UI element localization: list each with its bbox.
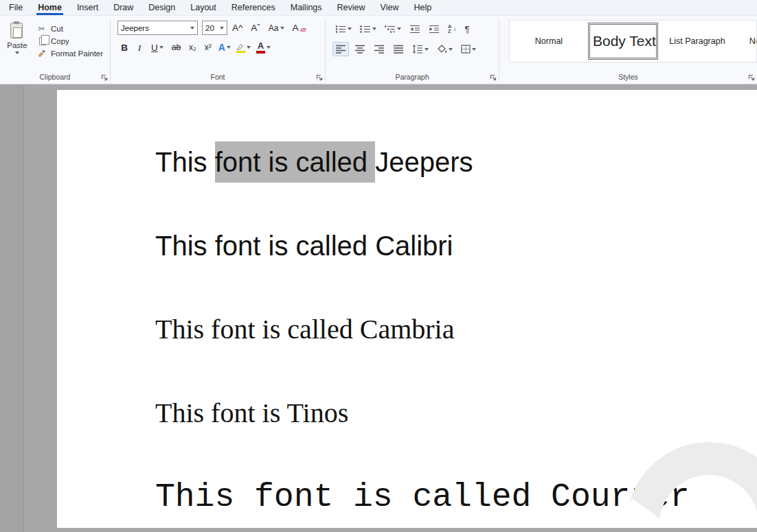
menu-tab-mailings[interactable]: Mailings — [283, 0, 330, 15]
sort-button[interactable]: A Z ↓ — [445, 21, 459, 36]
sort-arrow-icon: ↓ — [453, 25, 456, 32]
change-case-button[interactable]: Aa — [265, 22, 288, 34]
chevron-down-icon — [267, 46, 271, 49]
chevron-down-icon — [472, 48, 476, 51]
bullets-button[interactable] — [332, 22, 354, 36]
clear-formatting-button[interactable]: A — [289, 21, 309, 35]
styles-gallery: Normal Body Text List Paragraph No Spaci… — [509, 20, 757, 62]
chevron-down-icon — [280, 27, 284, 30]
format-painter-button[interactable]: Format Painter — [36, 49, 103, 58]
clipboard-group: Paste ✂ Cut Copy — [0, 16, 110, 84]
menu-tab-review[interactable]: Review — [330, 0, 373, 15]
numbering-button[interactable] — [357, 22, 379, 36]
text-selection[interactable]: font is called — [215, 141, 375, 183]
paste-button[interactable]: Paste — [5, 19, 30, 71]
paragraph-group-label: Paragraph — [395, 73, 429, 81]
style-card-no-spacing[interactable]: No Spacing — [738, 24, 757, 58]
strikethrough-button[interactable]: ab — [168, 41, 184, 54]
subscript-button[interactable]: x₂ — [185, 41, 200, 54]
chevron-down-icon — [372, 27, 376, 30]
document-line-calibri[interactable]: This font is called Calibri — [155, 225, 757, 266]
paragraph-dialog-launcher-icon[interactable] — [490, 74, 497, 81]
shrink-font-button[interactable]: Aˇ — [247, 21, 264, 35]
style-card-normal[interactable]: Normal — [515, 24, 583, 58]
change-case-glyph: Aa — [269, 24, 279, 32]
menu-tab-view[interactable]: View — [373, 0, 407, 15]
chevron-down-icon — [247, 46, 251, 49]
show-formatting-marks-button[interactable]: ¶ — [462, 22, 472, 36]
document-text: This — [155, 147, 215, 177]
format-painter-label: Format Painter — [51, 49, 103, 58]
text-effects-glyph: A — [218, 42, 225, 53]
font-color-glyph: A — [258, 42, 264, 50]
borders-button[interactable] — [458, 42, 479, 56]
highlight-color-button[interactable] — [234, 41, 253, 55]
font-name-combobox[interactable] — [117, 21, 198, 35]
menu-tab-draw[interactable]: Draw — [106, 0, 141, 15]
multilevel-list-icon — [385, 25, 396, 34]
style-card-body-text[interactable]: Body Text — [589, 24, 657, 58]
menu-tab-insert[interactable]: Insert — [69, 0, 106, 15]
cut-label: Cut — [51, 25, 63, 33]
justify-button[interactable] — [390, 42, 407, 56]
superscript-button[interactable]: x² — [201, 41, 215, 54]
copy-label: Copy — [51, 37, 69, 45]
document-line-tinos[interactable]: This font is Tinos — [155, 393, 757, 434]
chevron-down-icon — [425, 48, 429, 51]
clipboard-paste-icon — [10, 21, 24, 39]
align-left-icon — [335, 45, 346, 54]
menu-tab-design[interactable]: Design — [141, 0, 183, 15]
font-name-input[interactable] — [121, 21, 188, 34]
align-center-button[interactable] — [352, 42, 368, 56]
clipboard-dialog-launcher-icon[interactable] — [101, 74, 108, 81]
chevron-down-icon — [397, 27, 401, 30]
bold-button[interactable]: B — [117, 41, 131, 55]
decrease-indent-button[interactable] — [407, 22, 423, 36]
text-effects-button[interactable]: A — [216, 41, 233, 54]
highlight-color-bar — [236, 51, 245, 54]
cut-button[interactable]: ✂ Cut — [36, 24, 103, 34]
align-right-button[interactable] — [371, 42, 387, 56]
left-gutter — [0, 85, 24, 532]
chevron-down-icon — [15, 51, 19, 54]
increase-indent-button[interactable] — [426, 22, 442, 36]
chevron-down-icon — [227, 46, 231, 49]
copy-icon — [36, 37, 47, 45]
font-dialog-launcher-icon[interactable] — [316, 74, 323, 81]
menu-tab-home[interactable]: Home — [30, 0, 69, 15]
ribbon: Paste ✂ Cut Copy — [0, 16, 757, 84]
styles-group: Normal Body Text List Paragraph No Spaci… — [499, 16, 757, 84]
font-color-button[interactable]: A — [254, 41, 273, 55]
paint-bucket-icon — [437, 45, 447, 54]
document-line-jeepers[interactable]: This font is called Jeepers — [155, 141, 757, 183]
chevron-down-icon — [220, 27, 224, 30]
document-page[interactable]: This font is called Jeepers This font is… — [57, 90, 757, 528]
font-size-input[interactable] — [205, 21, 218, 34]
eraser-icon — [300, 28, 306, 32]
multilevel-list-button[interactable] — [382, 22, 404, 36]
menu-tab-references[interactable]: References — [224, 0, 283, 15]
sort-z-glyph: Z — [448, 29, 451, 34]
font-size-combobox[interactable] — [202, 21, 227, 35]
document-text: Jeepers — [375, 147, 473, 177]
style-card-list-paragraph[interactable]: List Paragraph — [664, 24, 731, 58]
bullet-list-icon — [335, 25, 346, 34]
menu-tab-file[interactable]: File — [1, 0, 30, 15]
font-group: A^ Aˇ Aa A B I U — [111, 16, 325, 84]
increase-indent-icon — [429, 25, 440, 34]
menu-tab-help[interactable]: Help — [406, 0, 439, 15]
chevron-down-icon — [190, 27, 194, 30]
document-line-cambria[interactable]: This font is called Cambria — [155, 309, 757, 350]
pilcrow-icon: ¶ — [464, 25, 469, 34]
line-spacing-button[interactable] — [409, 42, 431, 56]
italic-button[interactable]: I — [133, 41, 146, 55]
shading-button[interactable] — [434, 42, 455, 56]
format-painter-brush-icon — [36, 49, 47, 58]
align-left-button[interactable] — [332, 42, 349, 56]
menu-tab-layout[interactable]: Layout — [183, 0, 224, 15]
underline-button[interactable]: U — [148, 41, 167, 55]
styles-dialog-launcher-icon[interactable] — [748, 74, 755, 81]
copy-button[interactable]: Copy — [36, 37, 103, 45]
grow-font-button[interactable]: A^ — [229, 21, 246, 35]
font-group-label: Font — [210, 73, 225, 81]
